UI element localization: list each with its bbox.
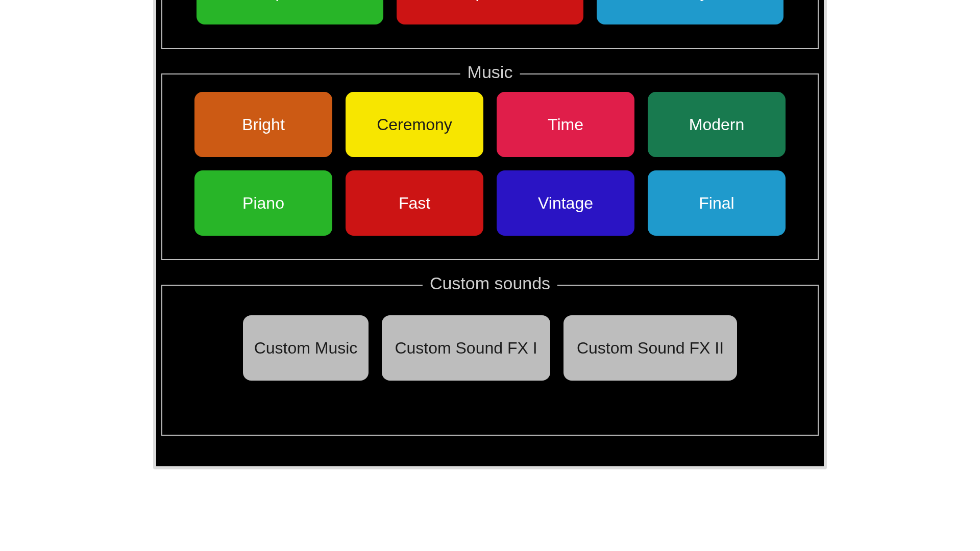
group-legend-music: Music: [460, 62, 520, 82]
soundboard-frame: Telephone 1 Telephone 2 Busy Music Brigh…: [153, 0, 827, 469]
custom-fx-1-pad[interactable]: Custom Sound FX I: [382, 315, 550, 381]
final-pad[interactable]: Final: [648, 170, 786, 236]
time-pad[interactable]: Time: [497, 92, 634, 157]
group-music: Music Bright Ceremony Time Modern Piano …: [161, 73, 819, 260]
busy-pad[interactable]: Busy: [597, 0, 783, 24]
spacer: [176, 381, 804, 411]
custom-music-pad[interactable]: Custom Music: [243, 315, 369, 381]
bright-pad[interactable]: Bright: [194, 92, 332, 157]
row: Piano Fast Vintage Final: [176, 170, 804, 236]
telephone-2-pad[interactable]: Telephone 2: [397, 0, 583, 24]
ceremony-pad[interactable]: Ceremony: [346, 92, 483, 157]
piano-pad[interactable]: Piano: [194, 170, 332, 236]
row: Bright Ceremony Time Modern: [176, 92, 804, 157]
group-telephone: Telephone 1 Telephone 2 Busy: [161, 0, 819, 49]
vintage-pad[interactable]: Vintage: [497, 170, 634, 236]
group-custom: Custom sounds Custom Music Custom Sound …: [161, 285, 819, 436]
row: Telephone 1 Telephone 2 Busy: [176, 0, 804, 24]
group-legend-custom: Custom sounds: [423, 273, 557, 293]
row: Custom Music Custom Sound FX I Custom So…: [176, 315, 804, 381]
telephone-1-pad[interactable]: Telephone 1: [197, 0, 383, 24]
fast-pad[interactable]: Fast: [346, 170, 483, 236]
modern-pad[interactable]: Modern: [648, 92, 786, 157]
custom-fx-2-pad[interactable]: Custom Sound FX II: [564, 315, 737, 381]
